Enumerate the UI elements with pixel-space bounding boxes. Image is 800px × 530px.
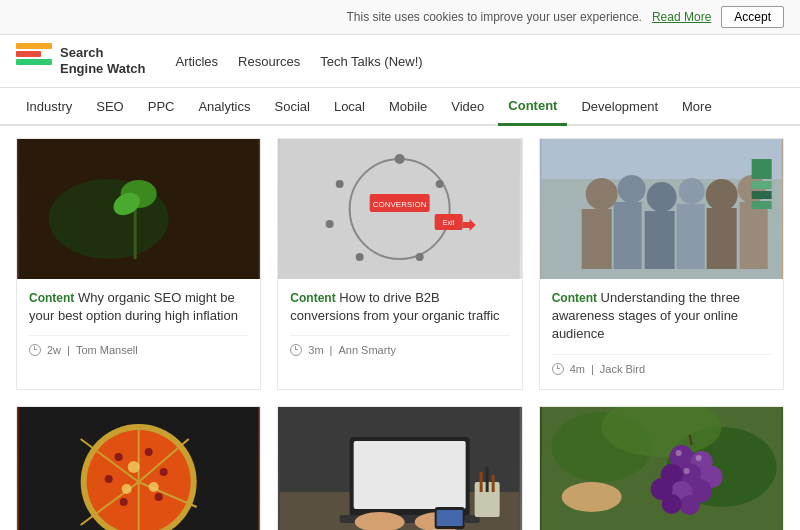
- cookie-accept-button[interactable]: Accept: [721, 6, 784, 28]
- article-thumb-4: [17, 407, 260, 530]
- article-separator-3: |: [591, 363, 594, 375]
- header: Search Engine Watch Articles Resources T…: [0, 35, 800, 88]
- nav-analytics[interactable]: Analytics: [188, 89, 260, 124]
- svg-rect-35: [751, 191, 771, 199]
- article-author-2: Ann Smarty: [338, 344, 395, 356]
- top-nav-articles[interactable]: Articles: [175, 54, 218, 69]
- svg-point-25: [705, 179, 737, 211]
- article-author-3: Jack Bird: [600, 363, 645, 375]
- nav-local[interactable]: Local: [324, 89, 375, 124]
- article-meta-2: 3m | Ann Smarty: [290, 335, 509, 356]
- svg-point-49: [155, 493, 163, 501]
- svg-point-54: [122, 484, 132, 494]
- svg-point-48: [160, 468, 168, 476]
- svg-rect-28: [613, 202, 641, 269]
- svg-text:Exit: Exit: [443, 219, 455, 226]
- cookie-message: This site uses cookies to improve your u…: [346, 10, 641, 24]
- svg-rect-34: [751, 181, 771, 189]
- top-nav-resources[interactable]: Resources: [238, 54, 300, 69]
- article-meta-1: 2w | Tom Mansell: [29, 335, 248, 356]
- article-separator-1: |: [67, 344, 70, 356]
- article-thumb-1: [17, 139, 260, 279]
- svg-point-23: [646, 182, 676, 212]
- svg-point-46: [115, 453, 123, 461]
- svg-point-24: [678, 178, 704, 204]
- nav-mobile[interactable]: Mobile: [379, 89, 437, 124]
- article-category-1: Content: [29, 291, 74, 305]
- svg-rect-65: [492, 475, 495, 492]
- svg-rect-58: [354, 441, 466, 509]
- svg-point-11: [356, 253, 364, 261]
- svg-rect-30: [676, 204, 704, 269]
- logo[interactable]: Search Engine Watch: [16, 43, 145, 79]
- article-body-1: Content Why organic SEO might be your be…: [17, 279, 260, 370]
- article-thumb-3: [540, 139, 783, 279]
- article-card-2[interactable]: CONVERSION Exit Content How to drive B2B…: [277, 138, 522, 390]
- article-grid: Content Why organic SEO might be your be…: [0, 126, 800, 530]
- svg-point-82: [661, 494, 681, 514]
- logo-text: Search Engine Watch: [60, 45, 145, 76]
- svg-point-47: [145, 448, 153, 456]
- article-time-1: 2w: [47, 344, 61, 356]
- secondary-nav: Industry SEO PPC Analytics Social Local …: [0, 88, 800, 126]
- svg-point-7: [395, 154, 405, 164]
- svg-point-12: [326, 220, 334, 228]
- svg-point-50: [120, 498, 128, 506]
- article-meta-3: 4m | Jack Bird: [552, 354, 771, 375]
- article-card-5[interactable]: Content How to create B2B content that r…: [277, 406, 522, 530]
- article-card-1[interactable]: Content Why organic SEO might be your be…: [16, 138, 261, 390]
- article-time-3: 4m: [570, 363, 585, 375]
- svg-point-84: [675, 450, 681, 456]
- svg-point-21: [585, 178, 617, 210]
- nav-more[interactable]: More: [672, 89, 722, 124]
- nav-social[interactable]: Social: [264, 89, 319, 124]
- svg-point-10: [416, 253, 424, 261]
- cookie-read-more[interactable]: Read More: [652, 10, 711, 24]
- article-thumb-2: CONVERSION Exit: [278, 139, 521, 279]
- svg-point-85: [695, 455, 701, 461]
- article-time-2: 3m: [308, 344, 323, 356]
- article-body-2: Content How to drive B2B conversions fro…: [278, 279, 521, 370]
- nav-seo[interactable]: SEO: [86, 89, 133, 124]
- svg-rect-29: [644, 211, 674, 269]
- nav-content[interactable]: Content: [498, 88, 567, 126]
- svg-text:CONVERSION: CONVERSION: [373, 200, 427, 209]
- svg-rect-27: [581, 209, 611, 269]
- article-card-6[interactable]: Content A must-have web accessibility ch…: [539, 406, 784, 530]
- svg-rect-63: [480, 472, 483, 492]
- article-category-2: Content: [290, 291, 335, 305]
- clock-icon-1: [29, 344, 41, 356]
- svg-point-86: [683, 468, 689, 474]
- svg-point-51: [105, 475, 113, 483]
- svg-rect-64: [486, 467, 489, 492]
- nav-ppc[interactable]: PPC: [138, 89, 185, 124]
- clock-icon-2: [290, 344, 302, 356]
- article-body-3: Content Understanding the three awarenes…: [540, 279, 783, 389]
- article-card-3[interactable]: Content Understanding the three awarenes…: [539, 138, 784, 390]
- top-nav: Articles Resources Tech Talks (New!): [175, 54, 422, 69]
- svg-point-52: [128, 461, 140, 473]
- svg-point-81: [679, 495, 699, 515]
- svg-point-22: [617, 175, 645, 203]
- article-thumb-5: [278, 407, 521, 530]
- clock-icon-3: [552, 363, 564, 375]
- svg-rect-67: [437, 510, 463, 526]
- svg-rect-33: [751, 159, 771, 179]
- article-author-1: Tom Mansell: [76, 344, 138, 356]
- top-nav-tech-talks[interactable]: Tech Talks (New!): [320, 54, 422, 69]
- svg-point-53: [149, 482, 159, 492]
- svg-rect-36: [751, 201, 771, 209]
- nav-video[interactable]: Video: [441, 89, 494, 124]
- article-card-4[interactable]: Analytics How to use SEO for a great ABM…: [16, 406, 261, 530]
- svg-rect-31: [706, 208, 736, 269]
- article-separator-2: |: [330, 344, 333, 356]
- nav-development[interactable]: Development: [571, 89, 668, 124]
- article-category-3: Content: [552, 291, 597, 305]
- logo-icon: [16, 43, 52, 79]
- nav-industry[interactable]: Industry: [16, 89, 82, 124]
- cookie-banner: This site uses cookies to improve your u…: [0, 0, 800, 35]
- svg-point-8: [436, 180, 444, 188]
- article-thumb-6: [540, 407, 783, 530]
- svg-point-72: [561, 482, 621, 512]
- svg-rect-32: [739, 202, 767, 269]
